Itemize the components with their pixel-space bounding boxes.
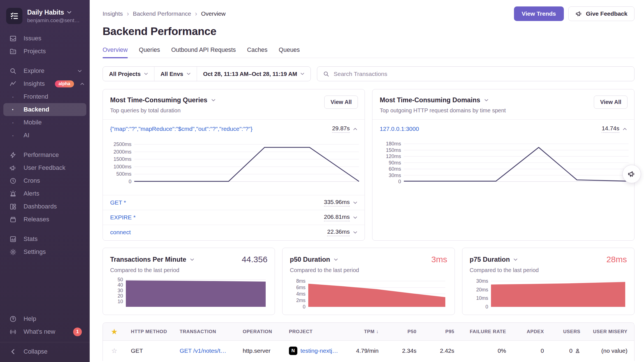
- sidebar-item-label: Dashboards: [24, 203, 57, 210]
- chevron-down-icon[interactable]: [353, 231, 357, 234]
- sidebar-item-settings[interactable]: Settings: [3, 245, 86, 258]
- col-p95[interactable]: P95: [419, 329, 457, 335]
- page-title: Backend Performance: [103, 25, 634, 38]
- col-p50[interactable]: P50: [381, 329, 419, 335]
- chevron-down-icon[interactable]: [353, 201, 357, 204]
- sidebar-item-insights[interactable]: Insights alpha: [3, 77, 86, 90]
- chevron-down-icon[interactable]: [190, 258, 194, 261]
- col-http-method[interactable]: HTTP METHOD: [128, 329, 177, 335]
- tab-overview[interactable]: Overview: [103, 47, 128, 58]
- breadcrumb-backend-performance[interactable]: Backend Performance: [133, 10, 191, 17]
- org-switcher[interactable]: Daily Habits benjamin.coe@sent…: [0, 5, 90, 32]
- col-users[interactable]: USERS: [547, 329, 583, 335]
- sidebar-item-label: Stats: [24, 235, 38, 243]
- give-feedback-button[interactable]: Give Feedback: [568, 6, 634, 21]
- megaphone-icon: [627, 170, 636, 178]
- top-domain-duration: 14.74s: [602, 125, 619, 133]
- chevron-down-icon[interactable]: [513, 258, 518, 261]
- environment-filter-label: All Envs: [161, 71, 183, 77]
- sidebar-item-label: Insights: [24, 80, 45, 87]
- chevron-up-icon[interactable]: [353, 128, 357, 130]
- sidebar-collapse-button[interactable]: Collapse: [3, 345, 86, 358]
- row-project-link[interactable]: testing-nextj…: [300, 347, 338, 354]
- sidebar-item-help[interactable]: Help: [3, 312, 86, 325]
- col-project[interactable]: PROJECT: [286, 329, 345, 335]
- tab-queues[interactable]: Queues: [279, 47, 300, 58]
- sidebar-item-user-feedback[interactable]: User Feedback: [3, 161, 86, 174]
- tpm-card-title: Transactions Per Minute: [110, 256, 186, 263]
- col-apdex[interactable]: APDEX: [509, 329, 547, 335]
- svg-text:2500ms: 2500ms: [113, 141, 131, 147]
- sidebar-item-projects[interactable]: Projects: [3, 45, 86, 58]
- whats-new-count-badge: 1: [73, 328, 82, 336]
- svg-text:1500ms: 1500ms: [113, 156, 131, 162]
- sidebar-item-mobile[interactable]: · Mobile: [3, 116, 86, 129]
- col-operation[interactable]: OPERATION: [240, 329, 286, 335]
- svg-text:20: 20: [118, 293, 123, 299]
- project-filter-label: All Projects: [109, 71, 141, 77]
- sidebar-divider: [0, 342, 90, 342]
- sidebar-item-explore[interactable]: Explore: [3, 64, 86, 77]
- project-filter[interactable]: All Projects: [103, 67, 154, 81]
- query-link[interactable]: connect: [110, 229, 131, 236]
- sidebar-item-crons[interactable]: Crons: [3, 174, 86, 187]
- tab-outbound-api-requests[interactable]: Outbound API Requests: [171, 47, 236, 58]
- sidebar-item-backend[interactable]: · Backend: [3, 103, 86, 116]
- star-outline-icon[interactable]: ☆: [111, 347, 117, 354]
- chevron-down-icon[interactable]: [353, 216, 357, 219]
- query-link[interactable]: GET *: [110, 199, 126, 206]
- sidebar-item-whats-new[interactable]: What's new 1: [3, 325, 86, 338]
- domains-view-all-button[interactable]: View All: [594, 96, 627, 109]
- sidebar: Daily Habits benjamin.coe@sent… Issues P…: [0, 0, 90, 362]
- top-domain-link[interactable]: 127.0.0.1:3000: [380, 126, 419, 132]
- query-row: GET * 335.96ms: [103, 195, 365, 210]
- sidebar-item-label: Alerts: [24, 190, 39, 197]
- date-range-filter[interactable]: Oct 28, 11:13 AM–Oct 28, 11:19 AM: [197, 67, 311, 81]
- chevron-down-icon[interactable]: [484, 99, 488, 101]
- environment-filter[interactable]: All Envs: [154, 67, 197, 81]
- svg-text:150ms: 150ms: [386, 147, 401, 153]
- table-header-row: ★ HTTP METHOD TRANSACTION OPERATION PROJ…: [103, 323, 634, 341]
- org-name: Daily Habits: [27, 9, 64, 16]
- nextjs-icon: N: [289, 347, 297, 355]
- query-link[interactable]: EXPIRE *: [110, 214, 136, 221]
- view-trends-label: View Trends: [522, 10, 556, 17]
- queries-view-all-button[interactable]: View All: [324, 96, 358, 109]
- user-icon: [575, 348, 580, 354]
- filter-bar: All Projects All Envs Oct 28, 11:13 AM–O…: [103, 66, 311, 81]
- sidebar-item-dashboards[interactable]: Dashboards: [3, 200, 86, 213]
- chevron-down-icon[interactable]: [334, 258, 338, 261]
- sidebar-item-performance[interactable]: Performance: [3, 148, 86, 161]
- col-user-misery[interactable]: USER MISERY: [583, 329, 634, 335]
- sidebar-item-frontend[interactable]: · Frontend: [3, 90, 86, 103]
- tab-caches[interactable]: Caches: [247, 47, 268, 58]
- sidebar-item-stats[interactable]: Stats: [3, 233, 86, 245]
- sidebar-item-label: User Feedback: [24, 164, 65, 171]
- sidebar-item-releases[interactable]: Releases: [3, 213, 86, 226]
- tab-queries[interactable]: Queries: [139, 47, 160, 58]
- floating-feedback-button[interactable]: [622, 165, 641, 183]
- tpm-value: 44.356: [242, 255, 268, 264]
- tab-bar: Overview Queries Outbound API Requests C…: [103, 47, 634, 58]
- col-tpm[interactable]: TPM ↓: [345, 329, 381, 335]
- svg-text:60ms: 60ms: [389, 166, 401, 172]
- breadcrumb-insights[interactable]: Insights: [103, 10, 123, 17]
- row-project: N testing-nextj…: [286, 347, 345, 355]
- row-transaction-link[interactable]: GET /v1/notes/t…: [180, 347, 226, 354]
- col-failure-rate[interactable]: FAILURE RATE: [457, 329, 509, 335]
- p50-duration-card: p50 Duration 3ms Compared to the last pe…: [282, 248, 455, 315]
- search-transactions-input[interactable]: Search Transactions: [317, 66, 634, 81]
- sidebar-item-alerts[interactable]: Alerts: [3, 187, 86, 200]
- view-trends-button[interactable]: View Trends: [514, 6, 564, 21]
- star-filled-icon[interactable]: ★: [111, 328, 117, 335]
- table-row: ☆ GET GET /v1/notes/t… http.server N tes…: [103, 341, 634, 361]
- p75-value: 28ms: [606, 255, 627, 264]
- chevron-down-icon[interactable]: [211, 99, 216, 101]
- chevron-up-icon[interactable]: [623, 128, 627, 130]
- sidebar-item-issues[interactable]: Issues: [3, 32, 86, 45]
- sort-desc-icon: ↓: [376, 329, 379, 334]
- top-query-link[interactable]: {"map":"?","mapReduce":"$cmd","out":"?",…: [110, 126, 252, 132]
- svg-text:500ms: 500ms: [116, 171, 131, 177]
- col-transaction[interactable]: TRANSACTION: [177, 329, 240, 335]
- sidebar-item-ai[interactable]: · AI: [3, 129, 86, 142]
